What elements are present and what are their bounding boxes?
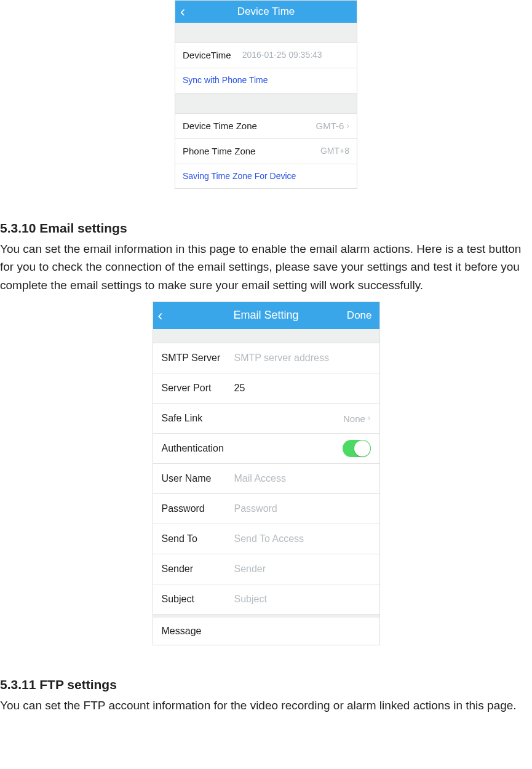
ftp-settings-heading: 5.3.11 FTP settings <box>0 675 532 695</box>
smtp-server-label: SMTP Server <box>162 351 228 366</box>
authentication-label: Authentication <box>162 441 228 456</box>
device-time-value: 2016-01-25 09:35:43 <box>237 49 349 62</box>
device-time-navbar: ‹ Device Time <box>175 1 357 23</box>
password-row[interactable]: Password Password <box>153 494 379 524</box>
smtp-server-input[interactable]: SMTP server address <box>234 351 371 366</box>
server-port-row[interactable]: Server Port 25 <box>153 373 379 404</box>
chevron-right-icon: › <box>368 412 371 425</box>
device-timezone-row[interactable]: Device Time Zone GMT-6 › <box>175 114 357 139</box>
sender-input[interactable]: Sender <box>234 562 371 577</box>
subject-label: Subject <box>162 592 228 607</box>
server-port-input[interactable]: 25 <box>234 381 371 396</box>
done-button[interactable]: Done <box>347 308 372 324</box>
username-row[interactable]: User Name Mail Access <box>153 464 379 494</box>
device-time-screenshot: ‹ Device Time DeviceTime 2016-01-25 09:3… <box>175 0 357 189</box>
back-chevron-icon[interactable]: ‹ <box>180 0 185 23</box>
subject-input[interactable]: Subject <box>234 592 371 607</box>
sync-phone-time-link[interactable]: Sync with Phone Time <box>175 68 357 94</box>
device-time-title: Device Time <box>175 4 357 20</box>
sendto-row[interactable]: Send To Send To Access <box>153 524 379 554</box>
sendto-label: Send To <box>162 532 228 547</box>
email-navbar: ‹ Email Setting Done <box>153 302 379 329</box>
sendto-input[interactable]: Send To Access <box>234 532 371 547</box>
ftp-settings-paragraph: You can set the FTP account information … <box>0 696 532 714</box>
safe-link-row[interactable]: Safe Link None › <box>153 404 379 434</box>
email-nav-title: Email Setting <box>153 307 379 324</box>
sender-label: Sender <box>162 562 228 577</box>
device-timezone-value: GMT-6 <box>316 119 344 133</box>
back-chevron-icon[interactable]: ‹ <box>158 305 163 327</box>
device-time-label: DeviceTime <box>183 48 231 62</box>
safe-link-label: Safe Link <box>162 411 228 426</box>
phone-timezone-label: Phone Time Zone <box>183 144 255 158</box>
email-settings-paragraph: You can set the email information in thi… <box>0 240 532 294</box>
save-timezone-link[interactable]: Saving Time Zone For Device <box>175 164 357 189</box>
email-setting-screenshot: ‹ Email Setting Done SMTP Server SMTP se… <box>153 301 380 645</box>
message-row[interactable]: Message <box>153 618 379 645</box>
username-label: User Name <box>162 471 228 487</box>
phone-timezone-value: GMT+8 <box>320 145 349 158</box>
device-time-row: DeviceTime 2016-01-25 09:35:43 <box>175 43 357 68</box>
subject-row[interactable]: Subject Subject <box>153 584 379 615</box>
safe-link-value: None <box>343 412 365 426</box>
section-gap <box>153 329 379 343</box>
sender-row[interactable]: Sender Sender <box>153 554 379 584</box>
phone-timezone-row: Phone Time Zone GMT+8 <box>175 139 357 164</box>
email-settings-heading: 5.3.10 Email settings <box>0 218 532 239</box>
message-label: Message <box>162 624 228 639</box>
server-port-label: Server Port <box>162 381 228 396</box>
smtp-server-row[interactable]: SMTP Server SMTP server address <box>153 343 379 373</box>
device-timezone-label: Device Time Zone <box>183 119 257 133</box>
password-input[interactable]: Password <box>234 501 371 517</box>
password-label: Password <box>162 501 228 517</box>
section-gap <box>175 23 357 43</box>
authentication-row: Authentication <box>153 434 379 464</box>
authentication-toggle[interactable] <box>343 440 371 457</box>
chevron-right-icon: › <box>346 119 349 133</box>
username-input[interactable]: Mail Access <box>234 471 371 487</box>
section-gap <box>175 94 357 114</box>
